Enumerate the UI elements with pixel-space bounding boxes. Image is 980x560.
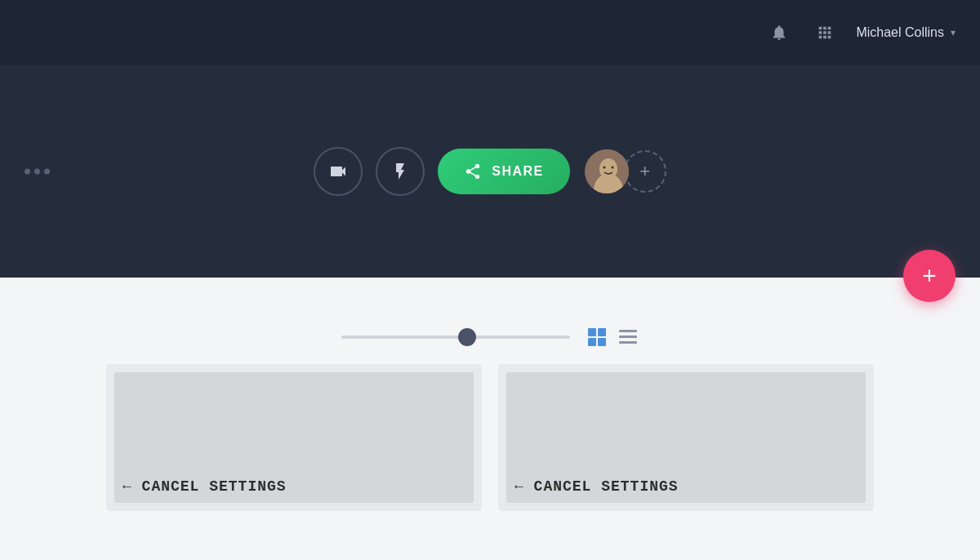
avatar <box>583 148 630 195</box>
notifications-button[interactable] <box>764 18 794 47</box>
fab-add-button[interactable]: + <box>903 250 956 302</box>
dot-3 <box>44 169 50 175</box>
top-navigation: Michael Collins ▾ <box>0 0 980 65</box>
grid-view-button[interactable] <box>586 327 608 348</box>
dot-1 <box>24 169 30 175</box>
slider-fill <box>341 336 467 339</box>
card-2-text: ← CANCEL SETTINGS <box>514 478 679 495</box>
card-2[interactable]: ← CANCEL SETTINGS <box>498 364 874 511</box>
svg-rect-8 <box>598 338 606 346</box>
plus-icon: + <box>639 161 650 182</box>
card-1-inner: ← CANCEL SETTINGS <box>114 372 474 503</box>
toolbar-more-dots[interactable] <box>24 169 50 175</box>
dot-2 <box>34 169 40 175</box>
chevron-down-icon: ▾ <box>951 27 956 38</box>
share-label: SHARE <box>492 164 544 179</box>
svg-rect-5 <box>588 328 596 336</box>
slider-thumb[interactable] <box>458 328 476 346</box>
card-2-inner: ← CANCEL SETTINGS <box>506 372 866 503</box>
lightning-button[interactable] <box>376 147 425 196</box>
add-collaborator-button[interactable]: + <box>624 150 666 193</box>
avatar-image <box>585 149 629 193</box>
svg-rect-10 <box>619 336 637 338</box>
svg-rect-11 <box>619 341 637 344</box>
svg-rect-9 <box>619 330 637 332</box>
card-1-text: ← CANCEL SETTINGS <box>122 478 287 495</box>
toolbar-section: SHARE + + <box>0 65 980 278</box>
controls-row <box>0 327 980 348</box>
svg-rect-6 <box>598 328 606 336</box>
collaborators-group: + <box>583 148 666 195</box>
svg-point-3 <box>603 167 605 169</box>
svg-point-4 <box>611 167 613 169</box>
share-button[interactable]: SHARE <box>438 149 570 194</box>
apps-grid-button[interactable] <box>810 18 840 47</box>
fab-plus-icon: + <box>922 262 937 290</box>
card-1[interactable]: ← CANCEL SETTINGS <box>106 364 482 511</box>
user-menu[interactable]: Michael Collins ▾ <box>856 25 956 40</box>
view-toggle <box>586 327 639 348</box>
zoom-slider[interactable] <box>341 336 570 339</box>
slider-track <box>341 336 570 339</box>
video-button[interactable] <box>314 147 363 196</box>
user-name: Michael Collins <box>856 25 944 40</box>
cards-row: ← CANCEL SETTINGS ← CANCEL SETTINGS <box>0 364 980 511</box>
list-view-button[interactable] <box>617 327 639 348</box>
content-section: ← CANCEL SETTINGS ← CANCEL SETTINGS <box>0 278 980 560</box>
svg-rect-7 <box>588 338 596 346</box>
